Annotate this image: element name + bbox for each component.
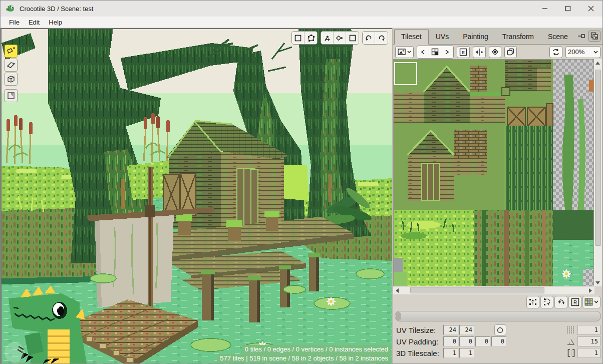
uv-padding-1-input[interactable] xyxy=(443,336,458,346)
uv-padding-label: UV Padding: xyxy=(396,337,443,346)
diamond-arrow-icon xyxy=(336,34,344,42)
tab-transform[interactable]: Transform xyxy=(495,29,541,45)
quad-tool-button[interactable] xyxy=(5,59,18,72)
maximize-button[interactable] xyxy=(556,1,579,17)
uv-tilesize-y-input[interactable] xyxy=(459,325,474,335)
chevron-down-icon xyxy=(593,51,598,54)
uv-padding-2-input[interactable] xyxy=(459,336,474,346)
texture-tool-button[interactable] xyxy=(5,89,18,102)
vertical-scroll-thumb[interactable] xyxy=(595,70,601,246)
maximize-icon xyxy=(565,6,571,12)
flip-vertical-button[interactable] xyxy=(526,296,539,308)
chevron-right-icon xyxy=(445,50,449,55)
minimize-button[interactable] xyxy=(533,1,556,17)
tilescale-label: 3D Tilescale: xyxy=(396,349,443,357)
zoom-level-value: 200% xyxy=(568,48,584,56)
tab-uvs[interactable]: UVs xyxy=(429,29,456,45)
lime-knoll xyxy=(280,165,309,201)
undo-button[interactable] xyxy=(363,32,375,44)
undo-icon xyxy=(365,34,373,42)
close-button[interactable] xyxy=(579,1,602,17)
duplicate-button[interactable] xyxy=(504,46,517,58)
grid-color-picker-icon xyxy=(584,298,593,306)
grid-snap-icon xyxy=(566,326,575,334)
texture-tile-icon xyxy=(7,91,16,100)
grid-size-input[interactable] xyxy=(577,325,600,335)
svg-text:R: R xyxy=(573,299,576,305)
menu-edit[interactable]: Edit xyxy=(24,18,44,27)
layers-button[interactable] xyxy=(489,46,501,58)
corner-watermark-circle xyxy=(5,342,25,362)
select-vertices-button[interactable] xyxy=(305,32,317,44)
rotate-reset-icon: R xyxy=(571,298,579,306)
vertex-move-tool-button[interactable] xyxy=(334,32,346,44)
rotate-tile-button[interactable] xyxy=(554,296,567,308)
block-tool-button[interactable] xyxy=(5,73,18,86)
select-tiles-button[interactable] xyxy=(292,32,305,44)
crocotile-logo-icon xyxy=(6,4,16,14)
tab-tileset[interactable]: Tileset xyxy=(394,29,429,45)
dock-panel-button[interactable] xyxy=(575,31,587,42)
prev-tileset-button[interactable] xyxy=(417,46,429,58)
flip-icon xyxy=(475,49,483,56)
tileset-image-dropdown[interactable] xyxy=(395,46,414,58)
uv-tilesize-x-input[interactable] xyxy=(443,325,458,335)
uv-tilesize-link-button[interactable] xyxy=(494,324,506,335)
menu-help[interactable]: Help xyxy=(44,18,67,27)
horizontal-scroll-thumb[interactable] xyxy=(410,287,544,293)
flip-horizontal-button[interactable] xyxy=(540,296,553,308)
menu-bar: File Edit Help xyxy=(1,17,602,28)
panel-tabbar: Tileset UVs Painting Transform Scene xyxy=(393,28,602,45)
layers-icon xyxy=(491,48,499,56)
redo-icon xyxy=(378,34,386,42)
scroll-down-button[interactable] xyxy=(594,279,602,286)
draw-tile-icon xyxy=(7,47,16,56)
scene-status: 577 tiles | 519 in scene / 58 in 2 objec… xyxy=(217,354,391,363)
window-title: Crocotile 3D / Scene: test xyxy=(20,5,93,13)
tile-grid-button[interactable] xyxy=(429,46,441,58)
slider-knob[interactable] xyxy=(396,312,401,320)
depth-input[interactable] xyxy=(577,348,600,358)
viewport-3d[interactable]: 0 tiles / 0 edges / 0 vertices / 0 insta… xyxy=(1,28,392,364)
scroll-up-button[interactable] xyxy=(594,59,602,67)
scroll-left-button[interactable] xyxy=(393,287,401,294)
angle-snap-input[interactable] xyxy=(577,336,600,346)
tab-scene[interactable]: Scene xyxy=(541,29,575,45)
svg-text:E: E xyxy=(462,50,465,55)
uv-padding-4-input[interactable] xyxy=(491,336,506,346)
uv-padding-3-input[interactable] xyxy=(475,336,490,346)
tileset-toolbar: E xyxy=(393,45,602,59)
image-icon xyxy=(398,49,406,55)
grid-color-picker-button[interactable] xyxy=(582,296,600,308)
scroll-right-button[interactable] xyxy=(586,287,594,294)
chevron-down-icon xyxy=(594,300,598,303)
move-arrows-icon xyxy=(323,34,331,42)
menu-file[interactable]: File xyxy=(5,18,24,27)
tileset-horizontal-scrollbar[interactable] xyxy=(393,286,594,294)
zoom-level-dropdown[interactable]: 200% xyxy=(565,46,600,58)
scene-canvas[interactable] xyxy=(2,29,392,364)
rect-select-button[interactable] xyxy=(346,32,359,44)
rotate-reset-button[interactable]: R xyxy=(568,296,581,308)
tilescale-x-input[interactable] xyxy=(443,348,458,358)
flip-tile-button[interactable] xyxy=(473,46,486,58)
angle-snap-icon xyxy=(566,338,575,345)
popout-panel-button[interactable] xyxy=(588,31,600,42)
move-tool-button[interactable] xyxy=(321,32,334,44)
circle-icon xyxy=(497,327,503,333)
uv-tilesize-row: UV Tilesize: xyxy=(396,324,600,335)
next-tileset-button[interactable] xyxy=(441,46,453,58)
refresh-tileset-button[interactable] xyxy=(549,46,562,58)
edit-tileset-button[interactable]: E xyxy=(457,46,470,58)
tilescale-y-input[interactable] xyxy=(459,348,474,358)
tileset-canvas[interactable] xyxy=(394,60,593,286)
redo-button[interactable] xyxy=(375,32,388,44)
draw-tile-tool-button[interactable] xyxy=(5,45,18,58)
tileset-vertical-scrollbar[interactable] xyxy=(594,59,602,286)
chevron-down-icon xyxy=(407,51,411,53)
quad-icon xyxy=(7,61,16,70)
vertex-select-icon xyxy=(307,34,315,42)
tab-painting[interactable]: Painting xyxy=(456,29,495,45)
edit-tileset-icon: E xyxy=(459,48,467,56)
tileset-opacity-slider[interactable] xyxy=(395,311,601,321)
